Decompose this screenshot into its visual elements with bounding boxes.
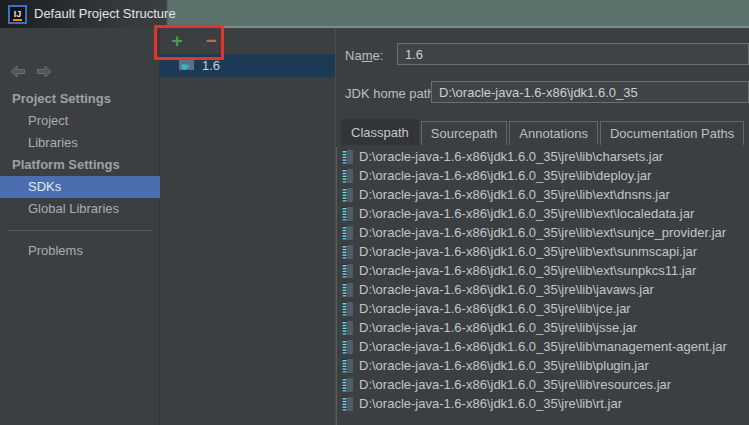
sdk-name: 1.6	[202, 58, 220, 73]
window-title: Default Project Structure	[34, 6, 176, 21]
classpath-entry-row[interactable]: D:\oracle-java-1.6-x86\jdk1.6.0_35\jre\l…	[337, 223, 749, 242]
tab-classpath[interactable]: Classpath	[341, 119, 419, 145]
nav-item-libraries[interactable]: Libraries	[0, 132, 160, 154]
classpath-entry-path: D:\oracle-java-1.6-x86\jdk1.6.0_35\jre\l…	[359, 206, 694, 221]
jar-icon	[342, 264, 353, 278]
jdk-home-path-label: JDK home path:	[345, 86, 438, 101]
classpath-entry-path: D:\oracle-java-1.6-x86\jdk1.6.0_35\jre\l…	[359, 149, 663, 164]
sdk-detail-panel: Name: 1.6 JDK home path: D:\oracle-java-…	[335, 28, 749, 425]
classpath-entry-list: D:\oracle-java-1.6-x86\jdk1.6.0_35\jre\l…	[336, 147, 749, 425]
classpath-entry-path: D:\oracle-java-1.6-x86\jdk1.6.0_35\jre\l…	[359, 358, 649, 373]
classpath-entry-path: D:\oracle-java-1.6-x86\jdk1.6.0_35\jre\l…	[359, 225, 726, 240]
classpath-entry-path: D:\oracle-java-1.6-x86\jdk1.6.0_35\jre\l…	[359, 187, 670, 202]
nav-item-global-libraries[interactable]: Global Libraries	[0, 198, 160, 220]
jar-icon	[342, 226, 353, 240]
classpath-entry-row[interactable]: D:\oracle-java-1.6-x86\jdk1.6.0_35\jre\l…	[337, 166, 749, 185]
jar-icon	[342, 302, 353, 316]
name-input[interactable]: 1.6	[397, 43, 749, 65]
classpath-entry-row[interactable]: D:\oracle-java-1.6-x86\jdk1.6.0_35\jre\l…	[337, 261, 749, 280]
detail-tabs: Classpath Sourcepath Annotations Documen…	[341, 119, 746, 145]
nav-header-platform-settings: Platform Settings	[0, 154, 160, 176]
classpath-entry-row[interactable]: D:\oracle-java-1.6-x86\jdk1.6.0_35\jre\l…	[337, 185, 749, 204]
sdk-list-panel: + − 1.6	[160, 28, 335, 425]
classpath-entry-row[interactable]: D:\oracle-java-1.6-x86\jdk1.6.0_35\jre\l…	[337, 147, 749, 166]
sdk-list-item-selected[interactable]: 1.6	[160, 54, 335, 77]
jdk-folder-icon	[178, 57, 195, 75]
classpath-entry-row[interactable]: D:\oracle-java-1.6-x86\jdk1.6.0_35\jre\l…	[337, 280, 749, 299]
tab-annotations[interactable]: Annotations	[509, 121, 598, 145]
settings-sidebar: Project Settings Project Libraries Platf…	[0, 28, 160, 425]
classpath-entry-path: D:\oracle-java-1.6-x86\jdk1.6.0_35\jre\l…	[359, 282, 654, 297]
classpath-entry-path: D:\oracle-java-1.6-x86\jdk1.6.0_35\jre\l…	[359, 301, 631, 316]
jar-icon	[342, 397, 353, 411]
classpath-entry-row[interactable]: D:\oracle-java-1.6-x86\jdk1.6.0_35\jre\l…	[337, 337, 749, 356]
classpath-entry-row[interactable]: D:\oracle-java-1.6-x86\jdk1.6.0_35\jre\l…	[337, 356, 749, 375]
jar-icon	[342, 150, 353, 164]
classpath-entry-row[interactable]: D:\oracle-java-1.6-x86\jdk1.6.0_35\jre\l…	[337, 299, 749, 318]
classpath-entry-row[interactable]: D:\oracle-java-1.6-x86\jdk1.6.0_35\jre\l…	[337, 375, 749, 394]
jar-icon	[342, 169, 353, 183]
jar-icon	[342, 188, 353, 202]
jar-icon	[342, 207, 353, 221]
name-label: Name:	[345, 48, 383, 63]
jar-icon	[342, 378, 353, 392]
remove-sdk-button[interactable]: −	[200, 29, 222, 53]
classpath-entry-path: D:\oracle-java-1.6-x86\jdk1.6.0_35\jre\l…	[359, 244, 697, 259]
settings-nav-list: Project Settings Project Libraries Platf…	[0, 62, 160, 262]
classpath-entry-path: D:\oracle-java-1.6-x86\jdk1.6.0_35\jre\l…	[359, 263, 696, 278]
classpath-entry-row[interactable]: D:\oracle-java-1.6-x86\jdk1.6.0_35\jre\l…	[337, 242, 749, 261]
jdk-home-path-input[interactable]: D:\oracle-java-1.6-x86\jdk1.6.0_35	[431, 81, 749, 103]
classpath-entry-row[interactable]: D:\oracle-java-1.6-x86\jdk1.6.0_35\jre\l…	[337, 318, 749, 337]
classpath-entry-row[interactable]: D:\oracle-java-1.6-x86\jdk1.6.0_35\jre\l…	[337, 204, 749, 223]
classpath-entry-path: D:\oracle-java-1.6-x86\jdk1.6.0_35\jre\l…	[359, 168, 651, 183]
classpath-entry-path: D:\oracle-java-1.6-x86\jdk1.6.0_35\jre\l…	[359, 377, 671, 392]
jar-icon	[342, 245, 353, 259]
add-sdk-button[interactable]: +	[166, 29, 188, 53]
nav-item-problems[interactable]: Problems	[0, 240, 160, 262]
nav-item-project[interactable]: Project	[0, 110, 160, 132]
window-titlebar: IJ Default Project Structure	[0, 0, 749, 28]
jar-icon	[342, 321, 353, 335]
jar-icon	[342, 359, 353, 373]
classpath-entry-row[interactable]: D:\oracle-java-1.6-x86\jdk1.6.0_35\jre\l…	[337, 394, 749, 413]
tab-sourcepath[interactable]: Sourcepath	[421, 121, 508, 145]
nav-header-project-settings: Project Settings	[0, 88, 160, 110]
classpath-entry-path: D:\oracle-java-1.6-x86\jdk1.6.0_35\jre\l…	[359, 339, 727, 354]
jar-icon	[342, 283, 353, 297]
nav-item-sdks[interactable]: SDKs	[0, 176, 160, 198]
classpath-entry-path: D:\oracle-java-1.6-x86\jdk1.6.0_35\jre\l…	[359, 320, 637, 335]
tab-documentation-paths[interactable]: Documentation Paths	[600, 121, 744, 145]
classpath-entry-path: D:\oracle-java-1.6-x86\jdk1.6.0_35\jre\l…	[359, 396, 622, 411]
jar-icon	[342, 340, 353, 354]
sidebar-separator	[8, 230, 152, 231]
sdk-toolbar: + −	[160, 28, 335, 54]
intellij-logo-icon: IJ	[8, 5, 27, 24]
